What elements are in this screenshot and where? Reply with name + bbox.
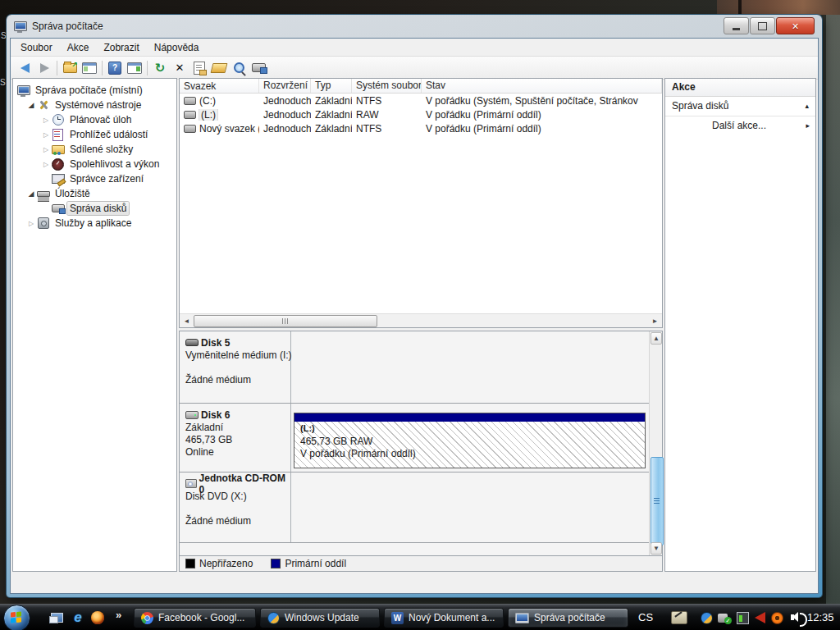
- collapse-arrow-icon[interactable]: [805, 97, 809, 116]
- open-button[interactable]: [209, 59, 229, 77]
- collapsed-icon[interactable]: [41, 131, 51, 139]
- title-bar[interactable]: Správa počítače: [7, 15, 822, 38]
- menu-action[interactable]: Akce: [60, 39, 97, 56]
- taskbar-button-windows-update[interactable]: Windows Update: [260, 608, 380, 628]
- expanded-icon[interactable]: [26, 189, 36, 198]
- actions-header: Akce: [665, 79, 815, 97]
- scroll-right-arrow-icon[interactable]: [649, 315, 661, 326]
- help-button[interactable]: [105, 59, 125, 77]
- language-indicator[interactable]: CS: [638, 611, 653, 623]
- refresh-button[interactable]: [150, 59, 170, 77]
- quick-launch-overflow-chevron-icon[interactable]: [116, 609, 121, 621]
- internet-explorer-icon: [74, 609, 81, 626]
- volume-type: Základní: [311, 123, 352, 135]
- disk-graph-area[interactable]: [291, 331, 649, 403]
- disk-management-button[interactable]: [249, 59, 268, 77]
- tree-item-event-viewer[interactable]: Prohlížeč událostí: [13, 127, 176, 142]
- properties-button[interactable]: [189, 59, 209, 77]
- collapsed-icon[interactable]: [41, 146, 51, 153]
- column-header-status[interactable]: Stav: [422, 79, 662, 93]
- more-actions-label: Další akce...: [712, 120, 766, 131]
- volume-name: (L:): [199, 109, 217, 121]
- volume-row-d[interactable]: Nový svazek (D:) Jednoduchý Základní NTF…: [180, 121, 662, 135]
- close-button[interactable]: [776, 17, 815, 34]
- menu-view[interactable]: Zobrazit: [96, 39, 146, 56]
- antivirus-tray-icon[interactable]: [771, 612, 783, 624]
- actions-group-disk-management[interactable]: Správa disků: [665, 97, 815, 116]
- scroll-up-arrow-icon[interactable]: [651, 332, 662, 345]
- firefox-button[interactable]: [90, 610, 105, 625]
- horizontal-scrollbar[interactable]: [180, 313, 662, 327]
- tree-item-device-manager[interactable]: Správce zařízení: [13, 171, 176, 186]
- disk-info-cell[interactable]: Disk 5 Vyměnitelné médium (I:) Žádné méd…: [180, 331, 291, 403]
- collapsed-icon[interactable]: [26, 220, 36, 227]
- column-header-type[interactable]: Typ: [311, 79, 352, 93]
- disk-name: Disk 5: [201, 337, 230, 349]
- disk-row-disk6[interactable]: Disk 6 Základní 465,73 GB Online (L:): [180, 404, 649, 472]
- tree-item-task-scheduler[interactable]: Plánovač úloh: [13, 112, 176, 127]
- show-desktop-button[interactable]: [49, 610, 64, 625]
- scrollbar-thumb[interactable]: [194, 315, 377, 327]
- tree-item-system-tools[interactable]: Systémové nástroje: [13, 98, 176, 112]
- disk-row-cdrom0[interactable]: Jednotka CD-ROM 0 Disk DVD (X:) Žádné mé…: [180, 472, 649, 543]
- tree-item-reliability-performance[interactable]: Spolehlivost a výkon: [13, 157, 176, 171]
- submenu-arrow-icon: [806, 116, 810, 135]
- start-button[interactable]: [3, 605, 30, 630]
- taskbar-button-computer-management[interactable]: Správa počítače: [508, 608, 628, 628]
- console-tree-icon: [82, 62, 97, 74]
- vertical-scrollbar[interactable]: [649, 331, 662, 555]
- minimize-button[interactable]: [724, 17, 749, 34]
- maximize-button[interactable]: [750, 17, 775, 34]
- tree-item-shared-folders[interactable]: Sdílené složky: [13, 142, 176, 157]
- partition-l[interactable]: (L:) 465,73 GB RAW V pořádku (Primární o…: [294, 413, 646, 468]
- windows-update-tray-icon[interactable]: [701, 612, 713, 624]
- expanded-icon[interactable]: [26, 101, 36, 109]
- audio-device-tray-icon[interactable]: [755, 612, 765, 623]
- volume-row-c[interactable]: (C:) Jednoduchý Základní NTFS V pořádku …: [180, 94, 662, 107]
- collapsed-icon[interactable]: [41, 116, 51, 124]
- taskbar-button-facebook[interactable]: Facebook - Googl...: [134, 608, 256, 628]
- column-header-volume[interactable]: Svazek: [180, 79, 259, 93]
- taskbar-button-label: Nový Dokument a...: [409, 612, 495, 623]
- show-console-tree-button[interactable]: [80, 59, 99, 77]
- tools-icon: [38, 99, 49, 111]
- tree-item-storage[interactable]: Úložiště: [13, 186, 176, 201]
- services-icon: [38, 217, 49, 229]
- more-actions-item[interactable]: Další akce...: [665, 116, 815, 135]
- delete-button[interactable]: [170, 59, 189, 77]
- tablet-pen-icon[interactable]: [671, 611, 687, 624]
- taskbar-button-label: Facebook - Googl...: [158, 612, 244, 623]
- network-tray-icon[interactable]: [737, 612, 749, 624]
- safely-remove-hardware-icon[interactable]: [718, 614, 728, 623]
- forward-button[interactable]: [34, 59, 54, 77]
- taskbar-button-word-document[interactable]: Nový Dokument a...: [384, 608, 504, 628]
- show-action-pane-button[interactable]: [125, 59, 144, 77]
- find-button[interactable]: [229, 59, 249, 77]
- column-header-layout[interactable]: Rozvržení: [259, 79, 311, 93]
- scrollbar-thumb[interactable]: [651, 457, 664, 546]
- volume-list-header: Svazek Rozvržení Typ Systém souborů Stav: [180, 79, 662, 94]
- scroll-left-arrow-icon[interactable]: [180, 315, 193, 326]
- taskbar-clock[interactable]: 12:35: [807, 611, 834, 623]
- windows-update-icon: [267, 612, 280, 624]
- clock-icon: [52, 114, 64, 126]
- tree-item-services-applications[interactable]: Služby a aplikace: [13, 216, 176, 231]
- scroll-down-arrow-icon[interactable]: [651, 542, 662, 555]
- collapsed-icon[interactable]: [41, 161, 51, 168]
- performance-gauge-icon: [52, 158, 64, 171]
- menu-file[interactable]: Soubor: [13, 39, 60, 56]
- volume-row-l[interactable]: (L:) Jednoduchý Základní RAW V pořádku (…: [180, 107, 662, 121]
- disk-graph-area[interactable]: [291, 472, 649, 542]
- tree-item-disk-management[interactable]: Správa disků: [13, 201, 176, 216]
- export-list-button[interactable]: [60, 59, 80, 77]
- disk-info-cell[interactable]: Jednotka CD-ROM 0 Disk DVD (X:) Žádné mé…: [180, 472, 291, 542]
- menu-help[interactable]: Nápověda: [147, 39, 207, 56]
- internet-explorer-button[interactable]: [71, 610, 85, 625]
- volume-icon[interactable]: [791, 611, 806, 624]
- column-header-filesystem[interactable]: Systém souborů: [352, 79, 422, 93]
- tree-item-label: Systémové nástroje: [52, 98, 144, 112]
- disk-row-disk5[interactable]: Disk 5 Vyměnitelné médium (I:) Žádné méd…: [180, 331, 649, 404]
- back-button[interactable]: [15, 59, 34, 77]
- disk-info-cell[interactable]: Disk 6 Základní 465,73 GB Online: [180, 404, 291, 472]
- tree-item-computer-management[interactable]: Správa počítače (místní): [13, 83, 176, 98]
